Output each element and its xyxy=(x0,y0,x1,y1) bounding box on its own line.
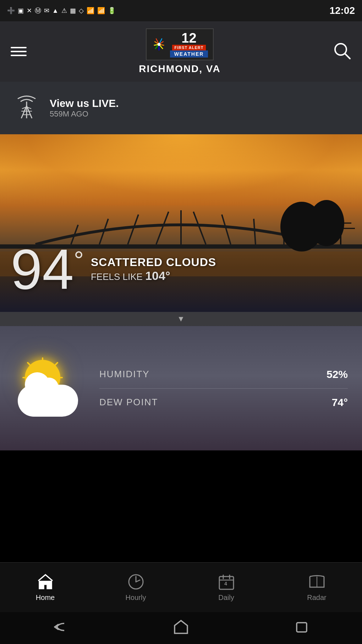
home-icon xyxy=(37,573,54,591)
feels-like-label: FEELS LIKE xyxy=(91,271,143,282)
temperature-value: 94 xyxy=(11,241,74,298)
daily-icon: 4 xyxy=(218,573,235,591)
sun-cloud-icon xyxy=(14,356,85,420)
battery-icon: 🔋 xyxy=(108,7,116,15)
weather-details: HUMIDITY 52% DEW POINT 74° xyxy=(0,326,362,450)
humidity-row: HUMIDITY 52% xyxy=(99,361,348,389)
logo-text: 12 FIRST ALERT WEATHER xyxy=(170,31,208,58)
svg-line-31 xyxy=(28,363,32,367)
signal-icon: 📶 xyxy=(97,7,105,15)
channel-number: 12 xyxy=(181,31,196,45)
svg-line-37 xyxy=(136,580,140,582)
expand-arrow[interactable] xyxy=(0,312,362,326)
nbc-peacock-icon xyxy=(152,37,166,52)
live-title: View us LIVE. xyxy=(50,97,119,109)
radar-icon xyxy=(308,573,326,591)
wifi-icon: 📶 xyxy=(87,7,94,15)
weather-description: SCATTERED CLOUDS FEELS LIKE 104° xyxy=(91,256,216,283)
hourly-icon xyxy=(127,573,145,591)
nav-label-hourly: Hourly xyxy=(126,594,146,602)
bottom-nav: Home Hourly 4 Daily Radar xyxy=(0,562,362,612)
logo-box: 12 FIRST ALERT WEATHER xyxy=(146,28,214,60)
motorola-icon: Ⓜ xyxy=(35,6,41,15)
recents-button[interactable] xyxy=(293,618,310,638)
nav-label-radar: Radar xyxy=(307,594,326,602)
status-time: 12:02 xyxy=(329,5,355,16)
recents-icon xyxy=(293,618,310,635)
search-button[interactable] xyxy=(333,42,351,61)
weather-stats: HUMIDITY 52% DEW POINT 74° xyxy=(99,361,348,416)
dew-point-label: DEW POINT xyxy=(99,397,158,408)
search-icon xyxy=(333,42,351,60)
mail-icon: ✉ xyxy=(44,7,49,15)
live-text-group: View us LIVE. 559M AGO xyxy=(50,97,119,119)
tower-icon xyxy=(14,92,39,124)
degree-symbol: ° xyxy=(74,248,84,273)
city-label: RICHMOND, VA xyxy=(139,63,220,75)
feels-like-temp: 104° xyxy=(145,269,170,282)
humidity-label: HUMIDITY xyxy=(99,369,150,380)
triangle-icon: ▲ xyxy=(52,7,59,15)
svg-line-3 xyxy=(345,54,350,59)
back-button[interactable] xyxy=(52,618,69,638)
logo-container: 12 FIRST ALERT WEATHER RICHMOND, VA xyxy=(139,28,220,75)
sky-glow xyxy=(0,134,362,205)
add-icon: ➕ xyxy=(7,7,15,15)
home-button[interactable] xyxy=(172,618,190,638)
status-icons: ➕ ▣ ✕ Ⓜ ✉ ▲ ⚠ ▦ ◇ 📶 📶 🔋 xyxy=(7,6,116,15)
weather-label: WEATHER xyxy=(170,50,208,58)
svg-point-1 xyxy=(157,43,160,46)
dew-point-row: DEW POINT 74° xyxy=(99,389,348,416)
back-icon xyxy=(52,618,69,635)
dew-point-value: 74° xyxy=(332,396,348,408)
x-icon: ✕ xyxy=(27,7,32,15)
svg-text:4: 4 xyxy=(224,581,227,586)
humidity-value: 52% xyxy=(327,368,348,380)
feels-like: FEELS LIKE 104° xyxy=(91,269,216,283)
alert-icon: ⚠ xyxy=(61,7,67,15)
svg-line-33 xyxy=(54,363,57,367)
cloud-shape xyxy=(18,385,78,417)
system-nav xyxy=(0,612,362,644)
temp-overlay: 94 ° SCATTERED CLOUDS FEELS LIKE 104° xyxy=(0,234,362,305)
nav-item-home[interactable]: Home xyxy=(0,573,90,602)
status-bar: ➕ ▣ ✕ Ⓜ ✉ ▲ ⚠ ▦ ◇ 📶 📶 🔋 12:02 xyxy=(0,0,362,21)
weather-icon-area xyxy=(14,356,85,420)
app-header: 12 FIRST ALERT WEATHER RICHMOND, VA xyxy=(0,21,362,82)
nav-item-daily[interactable]: 4 Daily xyxy=(181,573,272,602)
nav-item-radar[interactable]: Radar xyxy=(272,573,362,602)
live-banner[interactable]: View us LIVE. 559M AGO xyxy=(0,82,362,134)
nav-label-daily: Daily xyxy=(218,594,234,602)
menu-button[interactable] xyxy=(11,47,27,56)
svg-rect-44 xyxy=(297,623,307,632)
weather-image: 94 ° SCATTERED CLOUDS FEELS LIKE 104° xyxy=(0,134,362,312)
first-alert-badge: FIRST ALERT xyxy=(172,45,205,50)
home-system-icon xyxy=(172,618,190,635)
condition-text: SCATTERED CLOUDS xyxy=(91,256,216,269)
bars-icon: ▦ xyxy=(70,7,76,15)
diamond-icon: ◇ xyxy=(79,7,84,15)
media-icon: ▣ xyxy=(18,7,24,15)
live-time: 559M AGO xyxy=(50,109,119,119)
nav-label-home: Home xyxy=(36,594,55,602)
nav-item-hourly[interactable]: Hourly xyxy=(90,573,181,602)
